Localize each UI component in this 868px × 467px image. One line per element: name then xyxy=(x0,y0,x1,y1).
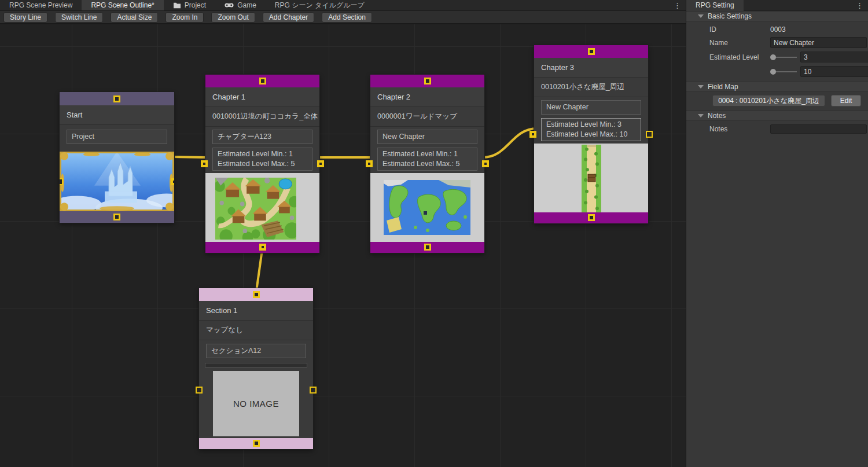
estimated-level-box: Estimated Level Min.: 1 Estimated Level … xyxy=(377,148,477,171)
folder-icon xyxy=(173,2,181,9)
section-title: Basic Settings xyxy=(708,11,752,21)
notes-header[interactable]: Notes xyxy=(686,111,868,121)
min-level-input[interactable] xyxy=(800,52,868,62)
basic-settings-header[interactable]: Basic Settings xyxy=(686,11,868,21)
slider-track xyxy=(776,71,797,72)
estimated-level-max: Estimated Level Max.: 5 xyxy=(382,159,472,169)
node-start[interactable]: Start Project xyxy=(60,92,174,223)
notes-label: Notes xyxy=(709,125,770,133)
node-footer-band[interactable] xyxy=(60,211,174,223)
port-right[interactable] xyxy=(646,131,653,138)
pane-menu-kebab-icon[interactable]: ⋮ xyxy=(674,1,681,10)
tab-game[interactable]: Game xyxy=(215,0,266,10)
port-right[interactable] xyxy=(482,160,489,167)
inspector-menu-kebab-icon[interactable]: ⋮ xyxy=(856,1,863,10)
notes-input[interactable] xyxy=(770,124,867,134)
id-value: 0003 xyxy=(770,25,786,34)
foldout-icon xyxy=(698,85,704,89)
node-title: Chapter 2 xyxy=(370,87,484,107)
port-bottom[interactable] xyxy=(588,214,595,221)
slider-handle[interactable] xyxy=(770,54,776,60)
tab-rpg-scene-preview[interactable]: RPG Scene Preview xyxy=(0,0,82,10)
add-chapter-button[interactable]: Add Chapter xyxy=(263,12,314,23)
notes-row: Notes xyxy=(686,123,868,135)
max-level-slider[interactable] xyxy=(770,69,797,75)
tab-project[interactable]: Project xyxy=(164,0,215,10)
port-left[interactable] xyxy=(366,160,373,167)
chapter1-map-image xyxy=(205,173,319,242)
port-right[interactable] xyxy=(171,178,174,185)
chapter-name-field[interactable]: チャプターA123 xyxy=(212,130,312,144)
tab-rpg-setting[interactable]: RPG Setting xyxy=(686,0,744,11)
node-chapter-1[interactable]: Chapter 1 0010001辺境の町ココカラ_全体 チャプターA123 E… xyxy=(205,75,319,253)
estimated-level-min-row: Estimated Level Min. xyxy=(686,50,868,64)
node-footer-band[interactable] xyxy=(370,242,484,253)
max-level-input[interactable] xyxy=(800,66,868,77)
port-top[interactable] xyxy=(253,291,260,298)
section-port-bar xyxy=(205,363,307,367)
port-left[interactable] xyxy=(60,178,63,185)
zoom-out-button[interactable]: Zoom Out xyxy=(211,12,255,23)
node-section-1[interactable]: Section 1 マップなし セクションA12 NO IMAGE xyxy=(199,288,313,449)
port-top[interactable] xyxy=(113,95,120,102)
gamepad-icon xyxy=(225,2,234,8)
node-header-band[interactable] xyxy=(370,75,484,87)
node-header-band[interactable] xyxy=(534,45,648,58)
port-bottom[interactable] xyxy=(253,440,260,447)
node-header-band[interactable] xyxy=(60,92,174,105)
story-line-button[interactable]: Story Line xyxy=(3,12,47,23)
port-left[interactable] xyxy=(529,131,536,138)
name-input[interactable] xyxy=(770,37,867,48)
add-section-button[interactable]: Add Section xyxy=(322,12,372,23)
port-bottom[interactable] xyxy=(424,244,431,251)
edge-chapter2-to-chapter3 xyxy=(483,128,537,157)
port-right[interactable] xyxy=(310,387,317,394)
editor-tab-bar: RPG Scene Preview RPG Scene Outline* Pro… xyxy=(0,0,686,11)
node-title: Chapter 1 xyxy=(205,87,319,107)
tab-label: RPG Scene Outline* xyxy=(91,1,154,9)
port-bottom[interactable] xyxy=(259,244,266,251)
estimated-level-max: Estimated Level Max.: 5 xyxy=(218,159,307,169)
chapter-name-field[interactable]: New Chapter xyxy=(377,130,477,144)
estimated-level-max: Estimated Level Max.: 10 xyxy=(546,130,636,139)
tab-rpg-scene-outline[interactable]: RPG Scene Outline* xyxy=(82,0,163,10)
port-left[interactable] xyxy=(196,387,203,394)
field-map-select-button[interactable]: 0004 : 0010201小さな廃屋_周辺 xyxy=(712,95,825,106)
section-name-field[interactable]: セクションA12 xyxy=(206,344,306,358)
slider-handle[interactable] xyxy=(770,69,776,75)
node-graph-canvas[interactable]: Start Project xyxy=(0,24,686,467)
node-chapter-2[interactable]: Chapter 2 0000001ワールドマップ New Chapter Est… xyxy=(370,75,484,253)
name-row: Name xyxy=(686,35,868,50)
port-top[interactable] xyxy=(424,78,431,84)
port-top[interactable] xyxy=(588,48,595,55)
port-bottom[interactable] xyxy=(113,214,120,220)
estimated-level-box: Estimated Level Min.: 1 Estimated Level … xyxy=(212,148,312,171)
port-left[interactable] xyxy=(201,160,208,167)
node-header-band[interactable] xyxy=(205,75,319,87)
node-footer-band[interactable] xyxy=(199,438,313,449)
field-map-header[interactable]: Field Map xyxy=(686,82,868,92)
estimated-level-box: Estimated Level Min.: 3 Estimated Level … xyxy=(541,118,641,141)
node-footer-band[interactable] xyxy=(205,242,319,253)
foldout-icon xyxy=(698,114,704,117)
port-right[interactable] xyxy=(317,160,324,167)
tab-label: RPG シーン タイルグループ xyxy=(275,1,365,10)
port-top[interactable] xyxy=(259,78,266,84)
id-label: ID xyxy=(709,25,770,34)
zoom-in-button[interactable]: Zoom In xyxy=(165,12,204,23)
node-chapter-3[interactable]: Chapter 3 0010201小さな廃屋_周辺 New Chapter Es… xyxy=(534,45,648,223)
min-level-slider[interactable] xyxy=(770,54,797,60)
estimated-level-min: Estimated Level Min.: 1 xyxy=(218,149,307,159)
tab-rpg-scene-tile-group[interactable]: RPG シーン タイルグループ xyxy=(266,0,374,10)
actual-size-button[interactable]: Actual Size xyxy=(111,12,158,23)
switch-line-button[interactable]: Switch Line xyxy=(55,12,103,23)
node-header-band[interactable] xyxy=(199,288,313,301)
start-map-image xyxy=(60,152,174,211)
estimated-level-min: Estimated Level Min.: 1 xyxy=(382,149,472,159)
start-name-field[interactable]: Project xyxy=(67,130,167,144)
node-footer-band[interactable] xyxy=(534,212,648,223)
chapter-name-field[interactable]: New Chapter xyxy=(541,100,641,115)
chapter2-map-image xyxy=(370,173,484,242)
node-title: Chapter 3 xyxy=(534,58,648,78)
field-map-edit-button[interactable]: Edit xyxy=(831,95,861,106)
